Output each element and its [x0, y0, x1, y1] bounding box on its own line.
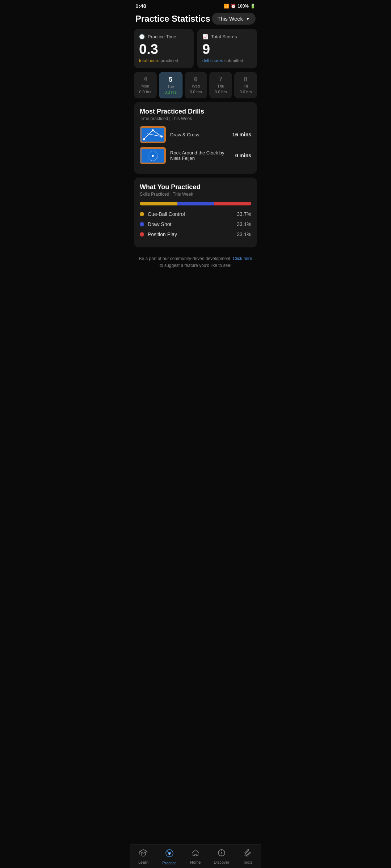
- day-hours: 0.0 hrs: [136, 90, 155, 94]
- skills-bar-blue: [177, 202, 214, 205]
- skill-item: Position Play 33.1%: [140, 231, 251, 237]
- alarm-icon: ⏰: [231, 4, 236, 9]
- drill-name-2: Rock Around the Clock by Niels Feijen: [170, 150, 231, 161]
- day-hours: 0.0 hrs: [187, 90, 205, 94]
- drill-item[interactable]: Rock Around the Clock by Niels Feijen 0 …: [140, 147, 251, 164]
- chart-icon: 📈: [202, 34, 208, 39]
- total-scores-header: 📈 Total Scores: [202, 34, 252, 39]
- day-name: Wed: [187, 84, 205, 88]
- skill-dot-blue: [140, 222, 144, 226]
- total-scores-card: 📈 Total Scores 9 drill scores submitted: [197, 29, 257, 68]
- drill-thumb-1: [140, 126, 166, 143]
- most-practiced-section: Most Practiced Drills Time practiced | T…: [134, 102, 257, 174]
- practice-time-label: Practice Time: [148, 34, 176, 39]
- skill-dot-yellow: [140, 212, 144, 216]
- practice-time-card: 🕐 Practice Time 0.3 total hours practice…: [134, 29, 194, 68]
- day-hours: 0.3 hrs: [161, 90, 180, 94]
- community-text-after: to suggest a feature you'd like to see!: [160, 263, 231, 268]
- most-practiced-subtitle: Time practiced | This Week: [140, 116, 251, 121]
- day-number: 6: [187, 76, 205, 83]
- community-link[interactable]: Click here: [233, 256, 252, 261]
- svg-point-5: [152, 129, 154, 132]
- what-practiced-section: What You Practiced Skills Practiced | Th…: [134, 178, 257, 247]
- status-icons: 📶 ⏰ 100% 🔋: [224, 4, 256, 9]
- week-selector-button[interactable]: This Week ▼: [212, 13, 256, 25]
- community-text-before: Be a part of our community-driven develo…: [139, 256, 233, 261]
- skill-dot-red: [140, 232, 144, 237]
- day-name: Mon: [136, 84, 155, 88]
- week-selector-label: This Week: [218, 16, 243, 22]
- skill-name-1: Cue-Ball Control: [148, 211, 233, 217]
- skill-name-2: Draw Shot: [148, 221, 233, 227]
- day-hours: 0.0 hrs: [236, 90, 255, 94]
- day-hours: 0.0 hrs: [211, 90, 230, 94]
- day-card-6[interactable]: 6 Wed 0.0 hrs: [185, 72, 207, 98]
- drill-item[interactable]: Draw & Cross 16 mins: [140, 126, 251, 143]
- day-card-7[interactable]: 7 Thu 0.0 hrs: [209, 72, 232, 98]
- day-card-5[interactable]: 5 Tue 0.3 hrs: [159, 72, 182, 98]
- clock-icon: 🕐: [139, 34, 145, 39]
- day-number: 7: [211, 76, 230, 83]
- drill-thumb-2: [140, 147, 166, 164]
- day-name: Tue: [161, 84, 180, 89]
- what-practiced-title: What You Practiced: [140, 183, 251, 191]
- day-card-8[interactable]: 8 Fri 0.0 hrs: [234, 72, 257, 98]
- drill-time-2: 0 mins: [235, 153, 251, 158]
- svg-point-11: [152, 155, 154, 157]
- battery-label: 100%: [237, 4, 249, 9]
- total-scores-value: 9: [202, 42, 252, 56]
- day-number: 4: [136, 76, 155, 83]
- battery-icon: 🔋: [250, 4, 256, 9]
- page-title: Practice Statistics: [135, 14, 210, 24]
- skill-pct-3: 33.1%: [237, 231, 251, 237]
- day-number: 8: [236, 76, 255, 83]
- day-selector: 4 Mon 0.0 hrs 5 Tue 0.3 hrs 6 Wed 0.0 hr…: [130, 72, 261, 102]
- skill-item: Draw Shot 33.1%: [140, 221, 251, 227]
- day-number: 5: [161, 76, 180, 84]
- practice-time-highlight: total hours: [139, 58, 159, 63]
- svg-point-7: [143, 138, 145, 140]
- total-scores-footer: drill scores submitted: [202, 58, 252, 63]
- total-scores-label: Total Scores: [211, 34, 237, 39]
- stats-row: 🕐 Practice Time 0.3 total hours practice…: [130, 29, 261, 72]
- practice-time-footer: total hours practiced: [139, 58, 189, 63]
- svg-point-6: [161, 136, 163, 138]
- practice-time-header: 🕐 Practice Time: [139, 34, 189, 39]
- skill-pct-1: 33.7%: [237, 211, 251, 217]
- day-card-4[interactable]: 4 Mon 0.0 hrs: [134, 72, 157, 98]
- status-bar: 1:40 📶 ⏰ 100% 🔋: [130, 0, 261, 10]
- skills-bar: [140, 202, 251, 205]
- status-time: 1:40: [135, 3, 146, 9]
- drill-name-1: Draw & Cross: [170, 132, 228, 137]
- what-practiced-subtitle: Skills Practiced | This Week: [140, 192, 251, 197]
- day-name: Thu: [211, 84, 230, 88]
- practice-time-value: 0.3: [139, 42, 189, 56]
- skills-bar-red: [214, 202, 251, 205]
- skill-item: Cue-Ball Control 33.7%: [140, 211, 251, 217]
- drill-scores-highlight: drill scores: [202, 58, 223, 63]
- wifi-icon: 📶: [224, 4, 229, 9]
- chevron-down-icon: ▼: [246, 17, 250, 21]
- skill-pct-2: 33.1%: [237, 221, 251, 227]
- skill-name-3: Position Play: [148, 231, 233, 237]
- community-banner: Be a part of our community-driven develo…: [130, 251, 261, 276]
- header: Practice Statistics This Week ▼: [130, 10, 261, 29]
- day-name: Fri: [236, 84, 255, 88]
- drill-time-1: 16 mins: [232, 132, 251, 137]
- most-practiced-title: Most Practiced Drills: [140, 108, 251, 115]
- skills-bar-yellow: [140, 202, 177, 205]
